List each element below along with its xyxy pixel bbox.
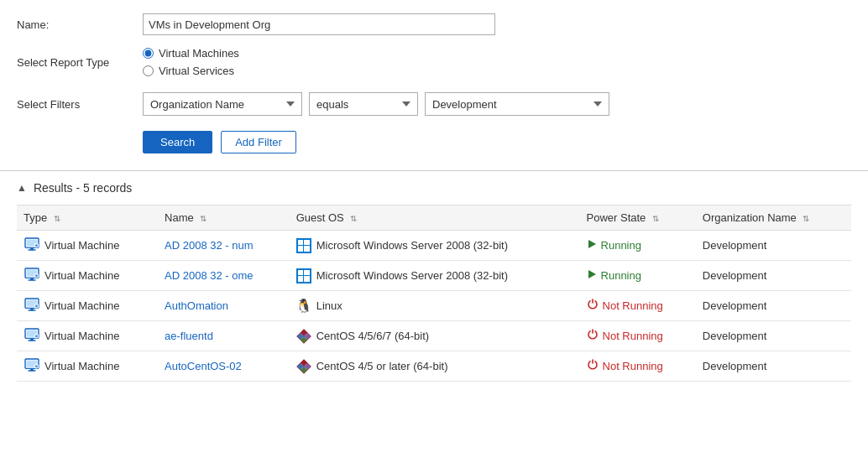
- results-count: Results - 5 records: [34, 181, 132, 195]
- svg-point-6: [35, 244, 38, 247]
- power-label: Not Running: [603, 330, 663, 342]
- name-input[interactable]: [143, 13, 495, 35]
- cell-os-0: Microsoft Windows Server 2008 (32-bit): [290, 231, 580, 261]
- sort-type-icon: ⇅: [54, 214, 60, 223]
- svg-rect-4: [28, 249, 35, 250]
- cell-power-1: Running: [580, 261, 696, 291]
- filters-row: Organization Name Name Guest OS Power St…: [143, 92, 609, 116]
- os-icon: [296, 268, 311, 283]
- filter-org-select[interactable]: Organization Name Name Guest OS Power St…: [143, 92, 302, 116]
- cell-name-1[interactable]: AD 2008 32 - ome: [158, 261, 290, 291]
- col-type[interactable]: Type ⇅: [17, 205, 158, 231]
- table-row: Virtual Machine AD 2008 32 - num Microso…: [17, 231, 851, 261]
- radio-vm-label: Virtual Machines: [159, 47, 239, 60]
- col-org-name[interactable]: Organization Name ⇅: [696, 205, 851, 231]
- svg-point-29: [35, 335, 38, 337]
- svg-rect-12: [28, 279, 35, 280]
- type-label: Virtual Machine: [44, 269, 119, 282]
- radio-virtual-machines[interactable]: Virtual Machines: [143, 47, 239, 60]
- radio-virtual-services[interactable]: Virtual Services: [143, 65, 239, 77]
- sort-os-icon: ⇅: [350, 214, 357, 223]
- vm-icon: [24, 296, 40, 315]
- collapse-icon[interactable]: ▲: [17, 182, 27, 194]
- cell-type-4: Virtual Machine: [17, 351, 158, 382]
- cell-org-3: Development: [696, 321, 851, 351]
- sort-power-icon: ⇅: [652, 214, 659, 223]
- svg-point-44: [35, 365, 38, 367]
- report-type-label: Select Report Type: [17, 56, 143, 69]
- filter-operator-select[interactable]: equals contains starts with ends with: [309, 92, 418, 116]
- col-guest-os[interactable]: Guest OS ⇅: [290, 205, 580, 231]
- table-row: Virtual Machine AD 2008 32 - ome Microso…: [17, 261, 851, 291]
- cell-power-0: Running: [580, 231, 696, 261]
- type-label: Virtual Machine: [44, 360, 119, 372]
- svg-point-22: [35, 304, 38, 307]
- svg-rect-27: [28, 340, 35, 341]
- not-running-icon: [587, 299, 599, 313]
- results-section: ▲ Results - 5 records Type ⇅ Name ⇅ Gues…: [0, 171, 868, 382]
- os-icon: [296, 359, 311, 374]
- vm-icon: [24, 236, 40, 255]
- svg-marker-15: [588, 270, 596, 278]
- col-power-state[interactable]: Power State ⇅: [580, 205, 696, 231]
- os-icon: [296, 238, 311, 253]
- os-icon: 🐧: [296, 299, 311, 314]
- cell-power-4: Not Running: [580, 351, 696, 382]
- col-name[interactable]: Name ⇅: [158, 205, 290, 231]
- vm-icon: [24, 326, 40, 346]
- cell-name-3[interactable]: ae-fluentd: [158, 321, 290, 351]
- table-row: Virtual Machine AutoCentOS-02 CentOS 4/5…: [17, 351, 851, 382]
- os-label: Microsoft Windows Server 2008 (32-bit): [316, 239, 508, 252]
- search-button[interactable]: Search: [143, 131, 212, 153]
- power-label: Running: [601, 239, 641, 252]
- vm-icon: [24, 356, 40, 376]
- cell-power-2: Not Running: [580, 291, 696, 321]
- cell-org-2: Development: [696, 291, 851, 321]
- cell-name-0[interactable]: AD 2008 32 - num: [158, 231, 290, 261]
- vm-name-link[interactable]: AD 2008 32 - ome: [165, 269, 254, 282]
- buttons-row: Search Add Filter: [143, 131, 851, 153]
- cell-type-1: Virtual Machine: [17, 261, 158, 291]
- filters-label: Select Filters: [17, 98, 143, 111]
- table-row: Virtual Machine AuthOmation 🐧 Linux Not …: [17, 291, 851, 321]
- vm-name-link[interactable]: AuthOmation: [165, 299, 228, 312]
- os-label: Linux: [316, 299, 342, 312]
- os-label: Microsoft Windows Server 2008 (32-bit): [316, 269, 508, 282]
- cell-org-0: Development: [696, 231, 851, 261]
- filter-value-select[interactable]: Development Production Staging Test: [425, 92, 609, 116]
- radio-vs-label: Virtual Services: [159, 65, 234, 77]
- cell-org-1: Development: [696, 261, 851, 291]
- type-label: Virtual Machine: [44, 239, 119, 252]
- type-label: Virtual Machine: [44, 299, 119, 312]
- add-filter-button[interactable]: Add Filter: [221, 131, 296, 153]
- vm-name-link[interactable]: AD 2008 32 - num: [165, 239, 254, 252]
- results-header: ▲ Results - 5 records: [17, 181, 851, 195]
- not-running-icon: [587, 329, 599, 343]
- power-label: Not Running: [603, 360, 663, 372]
- name-label: Name:: [17, 18, 143, 31]
- power-label: Running: [601, 269, 641, 282]
- cell-name-4[interactable]: AutoCentOS-02: [158, 351, 290, 382]
- cell-name-2[interactable]: AuthOmation: [158, 291, 290, 321]
- table-row: Virtual Machine ae-fluentd CentOS 4/5/6/…: [17, 321, 851, 351]
- table-header-row: Type ⇅ Name ⇅ Guest OS ⇅ Power State ⇅ O…: [17, 205, 851, 231]
- svg-rect-20: [28, 309, 35, 310]
- cell-type-3: Virtual Machine: [17, 321, 158, 351]
- cell-type-0: Virtual Machine: [17, 231, 158, 261]
- not-running-icon: [587, 359, 599, 373]
- os-label: CentOS 4/5 or later (64-bit): [316, 360, 448, 372]
- cell-os-3: CentOS 4/5/6/7 (64-bit): [290, 321, 580, 351]
- svg-marker-7: [588, 240, 596, 248]
- vm-icon: [24, 266, 40, 285]
- svg-rect-42: [28, 370, 35, 371]
- vm-name-link[interactable]: ae-fluentd: [165, 330, 213, 342]
- cell-os-4: CentOS 4/5 or later (64-bit): [290, 351, 580, 382]
- results-table: Type ⇅ Name ⇅ Guest OS ⇅ Power State ⇅ O…: [17, 205, 851, 382]
- os-icon: [296, 329, 311, 344]
- sort-org-icon: ⇅: [803, 214, 809, 223]
- vm-name-link[interactable]: AutoCentOS-02: [165, 360, 242, 372]
- sort-name-icon: ⇅: [200, 214, 207, 223]
- report-type-group: Virtual Machines Virtual Services: [143, 47, 239, 77]
- cell-os-2: 🐧 Linux: [290, 291, 580, 321]
- cell-power-3: Not Running: [580, 321, 696, 351]
